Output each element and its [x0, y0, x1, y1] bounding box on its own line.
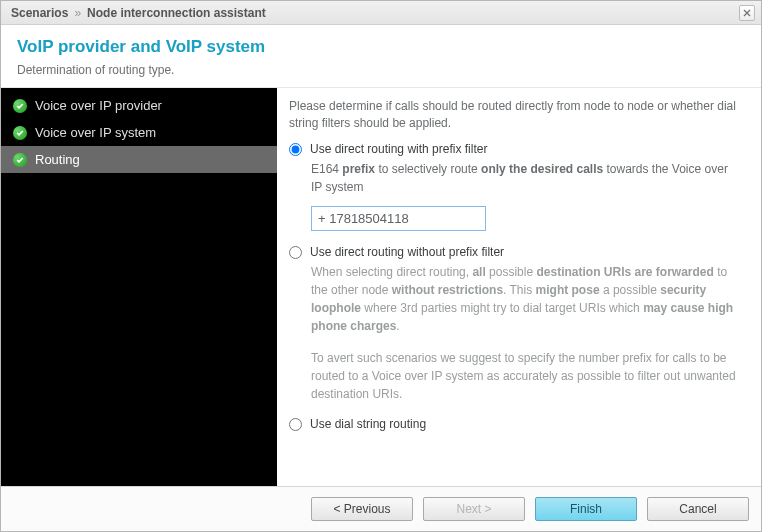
- sidebar-item-label: Routing: [35, 152, 80, 167]
- crumb-scenarios: Scenarios: [11, 6, 68, 20]
- option-label: Use direct routing with prefix filter: [310, 142, 487, 156]
- option-label: Use dial string routing: [310, 417, 426, 431]
- header: VoIP provider and VoIP system Determinat…: [1, 25, 761, 88]
- option-no-filter-body: When selecting direct routing, all possi…: [311, 263, 741, 403]
- check-icon: [13, 126, 27, 140]
- option-dial-string[interactable]: Use dial string routing: [289, 417, 741, 431]
- page-subtitle: Determination of routing type.: [17, 63, 745, 77]
- breadcrumb: Scenarios » Node interconnection assista…: [11, 6, 266, 20]
- radio-prefix-filter[interactable]: [289, 143, 302, 156]
- sidebar-item-routing[interactable]: Routing: [1, 146, 277, 173]
- sidebar-item-label: Voice over IP provider: [35, 98, 162, 113]
- sidebar: Voice over IP provider Voice over IP sys…: [1, 88, 277, 486]
- radio-no-filter[interactable]: [289, 246, 302, 259]
- footer: < Previous Next > Finish Cancel: [1, 487, 761, 531]
- prefix-desc: E164 prefix to selectively route only th…: [311, 160, 741, 196]
- titlebar: Scenarios » Node interconnection assista…: [1, 1, 761, 25]
- sidebar-item-voip-system[interactable]: Voice over IP system: [1, 119, 277, 146]
- check-icon: [13, 153, 27, 167]
- option-prefix-filter[interactable]: Use direct routing with prefix filter: [289, 142, 741, 156]
- no-filter-desc2: To avert such scenarios we suggest to sp…: [311, 349, 741, 403]
- check-icon: [13, 99, 27, 113]
- close-icon: [743, 9, 751, 17]
- intro-text: Please determine if calls should be rout…: [289, 98, 741, 132]
- cancel-button[interactable]: Cancel: [647, 497, 749, 521]
- option-no-filter[interactable]: Use direct routing without prefix filter: [289, 245, 741, 259]
- option-prefix-filter-body: E164 prefix to selectively route only th…: [311, 160, 741, 231]
- radio-dial-string[interactable]: [289, 418, 302, 431]
- crumb-current: Node interconnection assistant: [87, 6, 266, 20]
- sidebar-item-label: Voice over IP system: [35, 125, 156, 140]
- previous-button[interactable]: < Previous: [311, 497, 413, 521]
- crumb-sep: »: [74, 6, 81, 20]
- content: Please determine if calls should be rout…: [277, 88, 761, 486]
- close-button[interactable]: [739, 5, 755, 21]
- prefix-input-row: [311, 206, 741, 231]
- page-title: VoIP provider and VoIP system: [17, 37, 745, 57]
- no-filter-desc1: When selecting direct routing, all possi…: [311, 263, 741, 335]
- assistant-window: Scenarios » Node interconnection assista…: [0, 0, 762, 532]
- next-button: Next >: [423, 497, 525, 521]
- body: Voice over IP provider Voice over IP sys…: [1, 88, 761, 487]
- finish-button[interactable]: Finish: [535, 497, 637, 521]
- option-label: Use direct routing without prefix filter: [310, 245, 504, 259]
- sidebar-item-voip-provider[interactable]: Voice over IP provider: [1, 92, 277, 119]
- prefix-input[interactable]: [311, 206, 486, 231]
